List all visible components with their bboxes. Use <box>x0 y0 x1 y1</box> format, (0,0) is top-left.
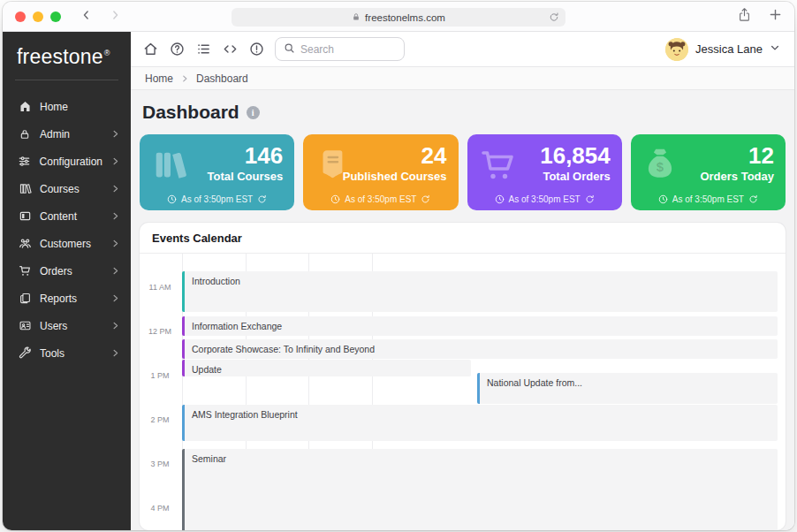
stat-label: Total Courses <box>208 170 284 183</box>
sidebar-item-customers[interactable]: Customers <box>3 230 131 257</box>
user-name: Jessica Lane <box>695 42 763 56</box>
cart-icon <box>18 264 32 277</box>
breadcrumb: Home Dashboard <box>131 67 794 90</box>
sidebar-item-configuration[interactable]: Configuration <box>3 148 131 175</box>
event-title: National Update from... <box>487 377 582 388</box>
sidebar-item-label: Home <box>40 101 68 113</box>
search-box[interactable] <box>275 37 405 61</box>
close-window-button[interactable] <box>15 11 26 22</box>
calendar-event-update[interactable]: Update <box>182 360 471 376</box>
calendar-event-ams-integration-blueprint[interactable]: AMS Integration Blueprint <box>182 405 778 441</box>
event-title: Seminar <box>192 453 226 464</box>
browser-back-button[interactable] <box>80 8 92 26</box>
stat-label: Published Courses <box>343 170 447 183</box>
books-large-icon <box>150 145 191 189</box>
breadcrumb-home[interactable]: Home <box>145 72 173 85</box>
help-button[interactable] <box>168 41 186 58</box>
stat-label: Orders Today <box>700 170 774 183</box>
sidebar-item-label: Configuration <box>40 156 102 168</box>
sidebar-item-home[interactable]: Home <box>3 93 131 120</box>
main-area: Jessica Lane Home Dashboard Dashboard i … <box>131 32 794 530</box>
docs-icon <box>18 292 32 305</box>
registered-mark: ® <box>104 49 110 57</box>
user-menu[interactable]: Jessica Lane <box>665 38 780 61</box>
refresh-icon[interactable] <box>421 194 430 204</box>
info-icon[interactable]: i <box>247 106 260 119</box>
clock-icon <box>495 194 505 204</box>
sidebar-item-orders[interactable]: Orders <box>3 257 131 285</box>
address-bar[interactable]: freestonelms.com <box>232 8 565 27</box>
home-icon <box>18 100 32 113</box>
sidebar-item-reports[interactable]: Reports <box>3 285 131 312</box>
sidebar-item-courses[interactable]: Courses <box>3 175 131 202</box>
clock-icon <box>658 194 668 204</box>
stat-updated-text: As of 3:50pm EST <box>181 194 253 204</box>
refresh-icon[interactable] <box>257 194 267 204</box>
event-title: AMS Integration Blueprint <box>192 409 298 420</box>
list-button[interactable] <box>194 41 212 58</box>
sidebar-item-content[interactable]: Content <box>3 202 131 230</box>
home-outline-button[interactable] <box>141 41 159 58</box>
lock-icon <box>18 128 32 141</box>
calendar-event-national-update-from-[interactable]: National Update from... <box>477 373 778 404</box>
sliders-icon <box>18 155 32 168</box>
time-label: 1 PM <box>140 371 180 380</box>
new-tab-button[interactable] <box>769 8 782 25</box>
alert-button[interactable] <box>247 41 265 58</box>
chevron-right-icon <box>110 321 120 331</box>
sidebar: freestone® HomeAdminConfigurationCourses… <box>3 32 131 530</box>
freestone-logo[interactable]: freestone® <box>3 32 131 78</box>
breadcrumb-dashboard[interactable]: Dashboard <box>196 72 248 85</box>
events-calendar-title: Events Calendar <box>140 223 786 254</box>
breadcrumb-chevron-icon <box>180 74 189 83</box>
time-label: 3 PM <box>140 460 180 468</box>
stat-updated-text: As of 3:50pm EST <box>672 194 744 204</box>
sidebar-item-label: Orders <box>40 265 72 277</box>
time-label: 2 PM <box>140 415 180 424</box>
sidebar-divider <box>15 80 118 80</box>
refresh-icon[interactable] <box>748 194 758 204</box>
event-title: Introduction <box>192 276 240 286</box>
chevron-down-icon <box>770 42 780 56</box>
sidebar-item-tools[interactable]: Tools <box>3 339 131 367</box>
sidebar-item-label: Courses <box>40 183 80 195</box>
chevron-right-icon <box>110 129 120 139</box>
svg-text:$: $ <box>657 160 664 174</box>
browser-forward-button[interactable] <box>110 8 121 26</box>
reload-button[interactable] <box>549 11 559 25</box>
sidebar-item-users[interactable]: Users <box>3 312 131 339</box>
chevron-right-icon <box>110 211 120 221</box>
stat-updated-text: As of 3:50pm EST <box>509 194 581 204</box>
share-button[interactable] <box>738 7 751 26</box>
events-calendar-card: Events Calendar 11 AM12 PM1 PM2 PM3 PM4 … <box>140 223 786 530</box>
url-text: freestonelms.com <box>365 12 445 23</box>
calendar-event-introduction[interactable]: Introduction <box>182 271 778 312</box>
code-button[interactable] <box>221 41 239 58</box>
calendar-event-seminar[interactable]: Seminar <box>182 449 778 530</box>
chevron-right-icon <box>110 184 120 194</box>
sidebar-item-label: Content <box>40 210 77 223</box>
top-toolbar: Jessica Lane <box>131 32 794 67</box>
stat-value: 12 <box>748 143 774 168</box>
clock-icon <box>330 194 340 204</box>
event-title: Corporate Showcase: To Infinity and Beyo… <box>192 344 375 354</box>
sidebar-item-label: Reports <box>40 293 77 305</box>
search-input[interactable] <box>300 43 396 56</box>
browser-chrome: freestonelms.com <box>3 2 794 32</box>
sidebar-item-label: Admin <box>40 128 70 141</box>
sidebar-item-admin[interactable]: Admin <box>3 120 131 148</box>
chevron-right-icon <box>110 239 120 248</box>
sidebar-item-label: Tools <box>40 347 65 360</box>
calendar-event-corporate-showcase-to-infinity-and-beyond[interactable]: Corporate Showcase: To Infinity and Beyo… <box>182 339 778 359</box>
events-calendar-body: 11 AM12 PM1 PM2 PM3 PM4 PMIntroductionIn… <box>140 254 786 530</box>
calendar-event-information-exchange[interactable]: Information Exchange <box>182 316 778 336</box>
stat-card-published-courses: 24Published CoursesAs of 3:50pm EST <box>303 134 458 210</box>
minimize-window-button[interactable] <box>33 11 43 22</box>
people-icon <box>18 237 32 250</box>
refresh-icon[interactable] <box>585 194 595 204</box>
chevron-right-icon <box>110 156 120 166</box>
time-label: 12 PM <box>140 327 180 336</box>
browser-window: freestonelms.com freestone® HomeAdminCon… <box>3 2 794 530</box>
wrench-icon <box>18 346 32 360</box>
zoom-window-button[interactable] <box>50 11 61 22</box>
